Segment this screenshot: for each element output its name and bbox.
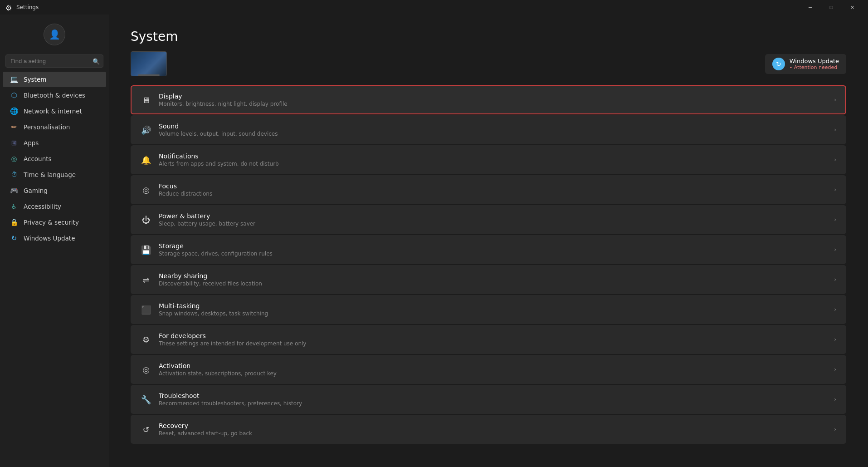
settings-text-focus: FocusReduce distractions xyxy=(159,182,827,197)
settings-text-multitasking: Multi-taskingSnap windows, desktops, tas… xyxy=(159,302,827,317)
chevron-icon-troubleshoot: › xyxy=(834,396,836,403)
settings-label-sound: Sound xyxy=(159,123,827,130)
settings-item-focus[interactable]: ◎FocusReduce distractions› xyxy=(131,175,846,204)
chevron-icon-sound: › xyxy=(834,127,836,133)
settings-text-activation: ActivationActivation state, subscription… xyxy=(159,362,827,377)
sidebar-item-time[interactable]: ⏱Time & language xyxy=(3,167,106,182)
settings-desc-power: Sleep, battery usage, battery saver xyxy=(159,221,827,227)
settings-label-focus: Focus xyxy=(159,182,827,190)
settings-icon-recovery: ↺ xyxy=(141,424,151,435)
sidebar-label-time: Time & language xyxy=(24,171,76,178)
sidebar: 👤 🔍 💻System⬡Bluetooth & devices🌐Network … xyxy=(0,15,109,467)
chevron-icon-focus: › xyxy=(834,187,836,193)
settings-item-notifications[interactable]: 🔔NotificationsAlerts from apps and syste… xyxy=(131,145,846,174)
chevron-icon-power: › xyxy=(834,216,836,223)
sidebar-item-accounts[interactable]: ◎Accounts xyxy=(3,151,106,167)
avatar-area: 👤 xyxy=(0,18,109,53)
settings-icon-focus: ◎ xyxy=(141,184,151,195)
settings-desc-activation: Activation state, subscriptions, product… xyxy=(159,370,827,377)
settings-label-notifications: Notifications xyxy=(159,152,827,160)
sidebar-item-update[interactable]: ↻Windows Update xyxy=(3,231,106,246)
search-input[interactable] xyxy=(5,54,103,68)
settings-item-multitasking[interactable]: ⬛Multi-taskingSnap windows, desktops, ta… xyxy=(131,295,846,324)
sidebar-item-bluetooth[interactable]: ⬡Bluetooth & devices xyxy=(3,88,106,103)
title-bar: ⚙ Settings ─ □ ✕ xyxy=(0,0,868,15)
settings-label-display: Display xyxy=(159,93,827,100)
sidebar-item-apps[interactable]: ⊞Apps xyxy=(3,135,106,151)
settings-list: 🖥DisplayMonitors, brightness, night ligh… xyxy=(131,85,846,444)
maximize-button[interactable]: □ xyxy=(821,0,842,15)
close-button[interactable]: ✕ xyxy=(842,0,863,15)
search-icon: 🔍 xyxy=(93,58,100,64)
settings-desc-developers: These settings are intended for developm… xyxy=(159,340,827,347)
settings-item-sound[interactable]: 🔊SoundVolume levels, output, input, soun… xyxy=(131,115,846,144)
sidebar-icon-bluetooth: ⬡ xyxy=(10,91,18,99)
sidebar-item-network[interactable]: 🌐Network & internet xyxy=(3,103,106,119)
chevron-icon-activation: › xyxy=(834,366,836,373)
sidebar-label-update: Windows Update xyxy=(24,235,75,242)
settings-label-multitasking: Multi-tasking xyxy=(159,302,827,310)
settings-item-activation[interactable]: ◎ActivationActivation state, subscriptio… xyxy=(131,355,846,384)
chevron-icon-developers: › xyxy=(834,336,836,343)
sidebar-item-personalisation[interactable]: ✏Personalisation xyxy=(3,119,106,135)
settings-label-recovery: Recovery xyxy=(159,422,827,429)
settings-desc-sound: Volume levels, output, input, sound devi… xyxy=(159,131,827,137)
settings-item-nearby[interactable]: ⇌Nearby sharingDiscoverability, received… xyxy=(131,265,846,294)
chevron-icon-display: › xyxy=(834,97,836,103)
chevron-icon-storage: › xyxy=(834,246,836,253)
chevron-icon-nearby: › xyxy=(834,276,836,283)
sidebar-label-privacy: Privacy & security xyxy=(24,219,79,226)
sidebar-icon-gaming: 🎮 xyxy=(10,187,18,195)
search-box[interactable]: 🔍 xyxy=(5,54,103,68)
sidebar-nav: 💻System⬡Bluetooth & devices🌐Network & in… xyxy=(0,71,109,246)
settings-text-sound: SoundVolume levels, output, input, sound… xyxy=(159,123,827,137)
settings-item-recovery[interactable]: ↺RecoveryReset, advanced start-up, go ba… xyxy=(131,415,846,444)
settings-icon-troubleshoot: 🔧 xyxy=(141,394,151,405)
chevron-icon-notifications: › xyxy=(834,157,836,163)
settings-icon-multitasking: ⬛ xyxy=(141,304,151,315)
settings-item-display[interactable]: 🖥DisplayMonitors, brightness, night ligh… xyxy=(131,85,846,114)
sidebar-icon-time: ⏱ xyxy=(10,171,18,179)
settings-text-display: DisplayMonitors, brightness, night light… xyxy=(159,93,827,107)
sidebar-item-system[interactable]: 💻System xyxy=(3,72,106,87)
settings-icon-display: 🖥 xyxy=(141,94,151,105)
settings-label-troubleshoot: Troubleshoot xyxy=(159,392,827,399)
settings-desc-recovery: Reset, advanced start-up, go back xyxy=(159,430,827,437)
settings-icon-power: ⏻ xyxy=(141,214,151,225)
settings-label-power: Power & battery xyxy=(159,212,827,220)
settings-text-developers: For developersThese settings are intende… xyxy=(159,332,827,347)
minimize-button[interactable]: ─ xyxy=(800,0,821,15)
settings-desc-nearby: Discoverability, received files location xyxy=(159,280,827,287)
avatar: 👤 xyxy=(44,24,65,45)
settings-desc-storage: Storage space, drives, configuration rul… xyxy=(159,251,827,257)
sidebar-label-personalisation: Personalisation xyxy=(24,123,70,131)
page-title: System xyxy=(131,29,846,44)
title-bar-title: Settings xyxy=(16,4,800,10)
top-info-bar: ↻ Windows Update • Attention needed xyxy=(131,51,846,76)
chevron-icon-recovery: › xyxy=(834,426,836,433)
settings-icon-nearby: ⇌ xyxy=(141,274,151,285)
sidebar-icon-apps: ⊞ xyxy=(10,139,18,147)
main-layout: 👤 🔍 💻System⬡Bluetooth & devices🌐Network … xyxy=(0,15,868,467)
settings-text-notifications: NotificationsAlerts from apps and system… xyxy=(159,152,827,167)
settings-icon-activation: ◎ xyxy=(141,364,151,375)
settings-text-recovery: RecoveryReset, advanced start-up, go bac… xyxy=(159,422,827,437)
settings-item-power[interactable]: ⏻Power & batterySleep, battery usage, ba… xyxy=(131,205,846,234)
settings-desc-focus: Reduce distractions xyxy=(159,191,827,197)
sidebar-label-accounts: Accounts xyxy=(24,155,52,162)
sidebar-item-privacy[interactable]: 🔒Privacy & security xyxy=(3,215,106,230)
settings-text-power: Power & batterySleep, battery usage, bat… xyxy=(159,212,827,227)
sidebar-icon-system: 💻 xyxy=(10,75,18,84)
settings-icon-notifications: 🔔 xyxy=(141,154,151,165)
settings-item-storage[interactable]: 💾StorageStorage space, drives, configura… xyxy=(131,235,846,264)
sidebar-item-accessibility[interactable]: ♿Accessibility xyxy=(3,199,106,214)
settings-item-developers[interactable]: ⚙For developersThese settings are intend… xyxy=(131,325,846,354)
sidebar-item-gaming[interactable]: 🎮Gaming xyxy=(3,183,106,198)
settings-item-troubleshoot[interactable]: 🔧TroubleshootRecommended troubleshooters… xyxy=(131,385,846,414)
settings-label-nearby: Nearby sharing xyxy=(159,272,827,280)
windows-update-badge[interactable]: ↻ Windows Update • Attention needed xyxy=(765,54,846,74)
sidebar-label-accessibility: Accessibility xyxy=(24,203,61,210)
monitor-thumbnail xyxy=(131,51,167,76)
settings-desc-troubleshoot: Recommended troubleshooters, preferences… xyxy=(159,400,827,407)
sidebar-label-bluetooth: Bluetooth & devices xyxy=(24,92,85,99)
